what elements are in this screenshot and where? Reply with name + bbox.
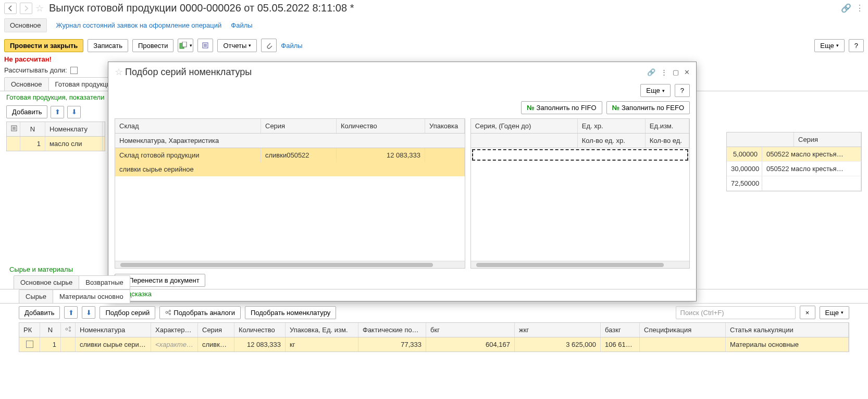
rk-checkbox[interactable] (26, 341, 33, 348)
files-link[interactable]: Файлы (231, 21, 252, 29)
mat-more-button[interactable]: Еще ▾ (820, 306, 849, 319)
nav-forward-button[interactable] (20, 3, 32, 14)
svg-point-11 (166, 311, 168, 313)
mat-move-down-button[interactable]: ⬇ (82, 306, 95, 319)
right-qty2-header: Кол-во ед. (646, 134, 689, 148)
add-material-button[interactable]: Добавить (19, 306, 60, 319)
warehouse-header: Склад (115, 119, 261, 133)
product-row[interactable]: 1 масло сли (7, 137, 105, 151)
tab-main[interactable]: Основное (4, 77, 49, 91)
modal-help-button[interactable]: ? (675, 84, 690, 97)
calc-icon-header (7, 122, 20, 136)
link-icon[interactable]: 🔗 (841, 3, 851, 13)
svg-line-15 (168, 312, 169, 314)
pick-nomenclature-button[interactable]: Подобрать номенклатуру (245, 306, 336, 319)
series-col-header: Серия (794, 132, 861, 147)
right-unit2-header: Ед.изм. (646, 119, 689, 133)
material-row[interactable]: 1 сливки сырье серий… <характери… сливки… (19, 337, 849, 352)
create-based-on-button[interactable]: ▾ (178, 39, 193, 52)
help-button[interactable]: ? (849, 39, 864, 52)
modal-link-icon[interactable]: 🔗 (647, 68, 655, 76)
add-product-button[interactable]: Добавить (6, 105, 47, 118)
n-header: N (20, 122, 45, 136)
modal-menu-icon[interactable]: ⋮ (661, 68, 667, 76)
svg-point-17 (69, 327, 71, 329)
nomenclature-sub-header: Номенклатура, Характеристика (115, 134, 465, 148)
qty-header: Количество (337, 119, 425, 133)
fill-fifo-button[interactable]: № Заполнить по FIFO (521, 101, 602, 114)
modal-close-icon[interactable]: ✕ (684, 68, 690, 76)
fill-fefo-button[interactable]: № Заполнить по FEFO (606, 101, 690, 114)
pick-series-button[interactable]: Подбор серий (100, 306, 155, 319)
right-qty-header: Кол-во ед. хр. (578, 134, 646, 148)
right-edit-input[interactable] (472, 149, 688, 161)
nom-header: Номенклатура (76, 323, 151, 337)
nomenclature-header: Номенклату (45, 122, 103, 136)
modal-title: Подбор серий номенклатуры (125, 67, 252, 78)
loss-header: Фактические потери (358, 323, 426, 337)
post-and-close-button[interactable]: Провести и закрыть (4, 39, 83, 52)
move-up-button[interactable]: ⬆ (51, 106, 64, 118)
modal-star-icon[interactable]: ☆ (115, 66, 123, 78)
series-header: Серия (261, 119, 337, 133)
move-down-button[interactable]: ⬇ (67, 106, 81, 118)
article-header: Статья калькуляции (726, 323, 849, 337)
calc-label: Рассчитывать доли: (4, 66, 67, 74)
write-button[interactable]: Записать (88, 39, 128, 52)
right-series-header: Серия, (Годен до) (471, 119, 578, 133)
right-row-0[interactable]: 5,00000 050522 масло крестья… (727, 147, 861, 162)
spec-header: Спецификация (640, 323, 726, 337)
reports-button[interactable]: Отчеты ▾ (217, 39, 257, 52)
calc-checkbox[interactable] (70, 67, 78, 74)
svg-point-12 (169, 310, 171, 312)
mat-n-header: N (40, 323, 61, 337)
pick-analogs-button[interactable]: Подобрать аналоги (159, 306, 241, 319)
main-tab-link[interactable]: Основное (4, 18, 47, 32)
zkg-header: жкг (515, 323, 601, 337)
right-row-2[interactable]: 72,50000 (727, 176, 861, 191)
svg-line-14 (168, 311, 169, 313)
sub-tab-main-raw[interactable]: Основное сырье (14, 275, 79, 289)
nav-back-button[interactable] (4, 3, 17, 14)
rk-header: РК (19, 323, 40, 337)
modal-maximize-icon[interactable]: ▢ (673, 68, 679, 76)
materials-section-title: Сырье и материалы (0, 263, 868, 275)
tab2-raw[interactable]: Сырье (19, 289, 53, 303)
svg-point-13 (169, 313, 171, 315)
svg-point-18 (69, 330, 71, 332)
modal-left-row-1[interactable]: сливки сырье серийное (115, 162, 465, 176)
search-clear-button[interactable]: × (800, 306, 815, 319)
favorite-star-icon[interactable]: ☆ (35, 3, 44, 14)
bkg-header: бкг (426, 323, 515, 337)
post-button[interactable]: Провести (132, 39, 174, 52)
list-icon-button[interactable] (197, 39, 213, 52)
mat-pack-header: Упаковка, Ед. изм. (286, 323, 358, 337)
search-input[interactable]: Поиск (Ctrl+F) (676, 306, 796, 319)
pack-header: Упаковка (425, 119, 465, 133)
svg-rect-1 (182, 42, 187, 47)
attach-button[interactable] (261, 39, 277, 52)
menu-dots-icon[interactable]: ⋮ (855, 3, 864, 13)
more-button[interactable]: Еще ▾ (814, 39, 844, 52)
char-header: Характерист… (151, 323, 198, 337)
mat-series-header: Серия (198, 323, 234, 337)
right-series-table: Серия 5,00000 050522 масло крестья… 30,0… (726, 132, 862, 191)
mat-qty-header: Количество (234, 323, 286, 337)
bazkg-header: базкг (601, 323, 640, 337)
ic-header (61, 323, 76, 337)
tab2-mat-main[interactable]: Материалы основно (53, 289, 130, 303)
mat-move-up-button[interactable]: ⬆ (64, 306, 78, 319)
page-title: Выпуск готовой продукции 0000-000026 от … (49, 2, 354, 14)
modal-more-button[interactable]: Еще ▾ (640, 84, 670, 97)
sub-tab-returns[interactable]: Возвратные (79, 275, 130, 289)
modal-left-row-0[interactable]: Склад готовой продукции сливки050522 12 … (115, 148, 465, 162)
svg-point-16 (66, 328, 68, 330)
right-row-1[interactable]: 30,00000 050522 масло крестья… (727, 162, 861, 176)
files-toolbar-link[interactable]: Файлы (281, 42, 302, 50)
journal-link[interactable]: Журнал состояний заявок на оформление оп… (56, 21, 222, 29)
right-unit-header: Ед. хр. (578, 119, 646, 133)
